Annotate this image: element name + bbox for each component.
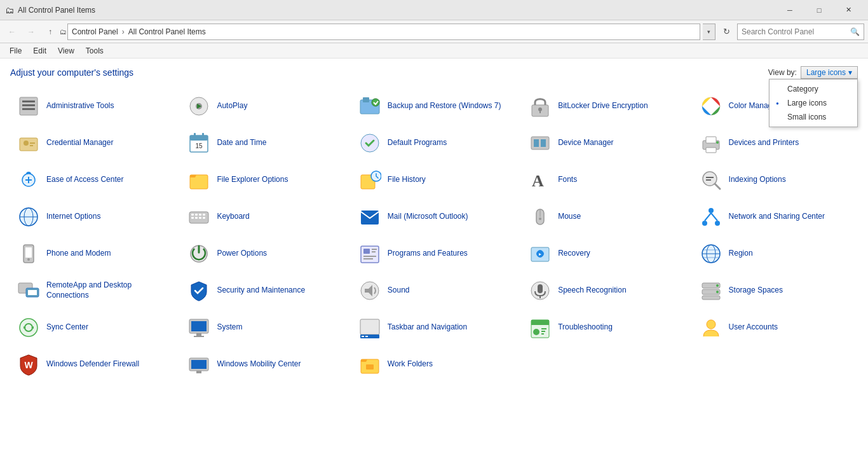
control-item-36[interactable]: Windows Mobility Center (180, 347, 346, 382)
control-item-22[interactable]: Programs and Features (351, 237, 517, 271)
view-by-button[interactable]: Large icons ▾ (801, 66, 858, 79)
control-item-32[interactable]: Taskbar and Navigation (351, 310, 517, 345)
control-item-8[interactable]: Device Manager (522, 126, 687, 160)
item-icon-13: A (527, 167, 553, 193)
view-by-label: View by: (768, 68, 797, 77)
chevron-down-icon: ▾ (848, 68, 852, 77)
svg-rect-118 (366, 364, 374, 370)
control-item-24[interactable]: Region (693, 237, 858, 271)
control-item-23[interactable]: Recovery (522, 237, 687, 271)
control-item-9[interactable]: Devices and Printers (693, 126, 858, 160)
breadcrumb-all-items[interactable]: All Control Panel Items (128, 27, 206, 36)
svg-rect-99 (191, 321, 207, 331)
item-label-20: Phone and Modem (46, 249, 111, 259)
control-item-18[interactable]: Mouse (522, 200, 687, 234)
menu-file[interactable]: File (4, 45, 27, 57)
item-label-31: System (217, 322, 242, 333)
control-item-31[interactable]: System (180, 310, 346, 345)
item-icon-19 (698, 204, 724, 230)
item-icon-3 (527, 93, 553, 119)
item-icon-4 (698, 93, 724, 119)
items-grid: Administrative ToolsAutoPlayBackup and R… (10, 89, 858, 382)
close-button[interactable]: ✕ (834, 0, 863, 20)
address-path[interactable]: Control Panel › All Control Panel Items (67, 24, 700, 40)
control-item-11[interactable]: File Explorer Options (180, 163, 346, 197)
restore-button[interactable]: □ (804, 0, 834, 20)
control-item-14[interactable]: Indexing Options (693, 163, 858, 197)
up-button[interactable]: ↑ (42, 24, 58, 40)
control-item-35[interactable]: WWindows Defender Firewall (10, 347, 175, 382)
svg-rect-2 (22, 104, 35, 106)
control-item-20[interactable]: Phone and Modem (10, 237, 175, 271)
item-label-5: Credential Manager (46, 138, 113, 148)
menu-tools[interactable]: Tools (80, 45, 109, 57)
item-icon-34 (698, 315, 724, 340)
control-item-13[interactable]: AFonts (522, 163, 687, 197)
svg-point-16 (24, 141, 29, 146)
dropdown-small-icons[interactable]: Small icons (770, 110, 857, 124)
control-item-3[interactable]: BitLocker Drive Encryption (522, 89, 687, 123)
svg-line-64 (711, 213, 717, 221)
item-label-34: User Accounts (729, 322, 778, 333)
svg-point-59 (539, 218, 541, 220)
control-item-2[interactable]: Backup and Restore (Windows 7) (351, 89, 517, 123)
item-icon-21 (186, 241, 212, 266)
control-item-34[interactable]: User Accounts (693, 310, 858, 345)
dropdown-category[interactable]: Category (770, 82, 857, 96)
control-item-16[interactable]: Keyboard (180, 200, 346, 234)
svg-rect-54 (199, 217, 201, 219)
dropdown-large-icons[interactable]: Large icons (770, 96, 857, 110)
control-item-27[interactable]: Sound (351, 273, 517, 308)
control-item-30[interactable]: Sync Center (10, 310, 175, 345)
title-bar-left: 🗂 All Control Panel Items (5, 5, 95, 15)
svg-rect-70 (361, 246, 379, 263)
page-title: Adjust your computer's settings (10, 67, 133, 78)
control-item-17[interactable]: Mail (Microsoft Outlook) (351, 200, 517, 234)
control-item-0[interactable]: Administrative Tools (10, 89, 175, 123)
svg-rect-50 (199, 214, 201, 216)
item-icon-7 (357, 130, 383, 156)
item-icon-33 (527, 315, 553, 340)
svg-text:A: A (532, 172, 544, 190)
menu-edit[interactable]: Edit (27, 45, 52, 57)
svg-rect-22 (202, 133, 204, 138)
control-item-25[interactable]: RemoteApp and Desktop Connections (10, 273, 175, 308)
control-item-10[interactable]: Ease of Access Center (10, 163, 175, 197)
control-item-1[interactable]: AutoPlay (180, 89, 346, 123)
item-label-29: Storage Spaces (729, 286, 783, 296)
control-item-7[interactable]: Default Programs (351, 126, 517, 160)
svg-rect-101 (194, 336, 204, 337)
forward-button[interactable]: → (23, 24, 39, 40)
item-label-12: File History (388, 175, 426, 185)
svg-point-95 (20, 319, 37, 336)
main-content: Adjust your computer's settings View by:… (0, 59, 868, 470)
control-item-29[interactable]: Storage Spaces (693, 273, 858, 308)
control-item-26[interactable]: Security and Maintenance (180, 273, 346, 308)
item-icon-23 (527, 241, 553, 266)
breadcrumb-control-panel[interactable]: Control Panel (72, 27, 118, 36)
item-label-21: Power Options (217, 249, 267, 259)
item-icon-12 (357, 167, 383, 193)
refresh-button[interactable]: ↻ (718, 24, 735, 40)
svg-rect-88 (538, 284, 543, 293)
control-item-37[interactable]: Work Folders (351, 347, 517, 382)
svg-rect-26 (534, 139, 539, 147)
control-item-15[interactable]: Internet Options (10, 200, 175, 234)
menu-view[interactable]: View (52, 45, 80, 57)
item-label-35: Windows Defender Firewall (46, 359, 139, 370)
svg-point-108 (533, 329, 539, 335)
control-item-6[interactable]: 15Date and Time (180, 126, 346, 160)
minimize-button[interactable]: ─ (775, 0, 804, 20)
back-button[interactable]: ← (4, 24, 20, 40)
svg-point-94 (716, 291, 719, 293)
control-item-21[interactable]: Power Options (180, 237, 346, 271)
control-item-5[interactable]: Credential Manager (10, 126, 175, 160)
search-input[interactable] (742, 27, 848, 36)
address-dropdown-button[interactable]: ▾ (703, 24, 715, 40)
control-item-19[interactable]: Network and Sharing Center (693, 200, 858, 234)
control-item-33[interactable]: Troubleshooting (522, 310, 687, 345)
control-item-12[interactable]: File History (351, 163, 517, 197)
control-item-28[interactable]: Speech Recognition (522, 273, 687, 308)
item-icon-1 (186, 93, 212, 119)
svg-rect-105 (365, 336, 368, 337)
